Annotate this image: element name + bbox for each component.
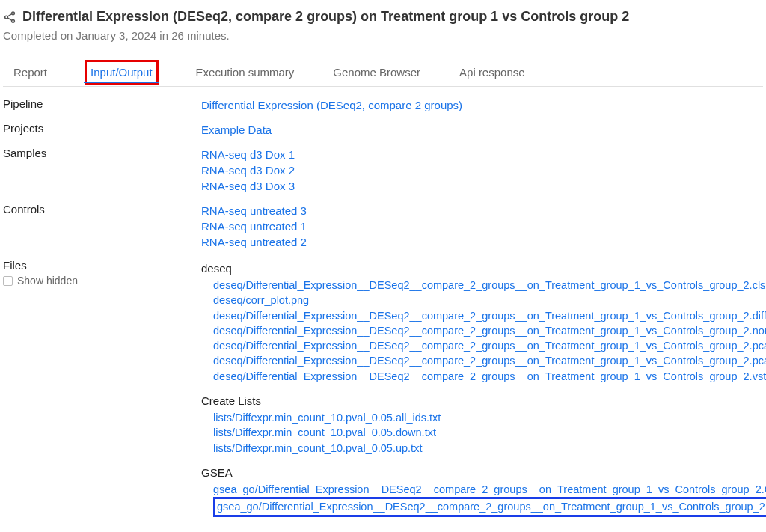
projects-label: Projects [3, 122, 201, 135]
completion-status: Completed on January 3, 2024 in 26 minut… [3, 29, 763, 42]
file-group-title: GSEA [201, 466, 766, 479]
file-link[interactable]: deseq/Differential_Expression__DESeq2__c… [213, 353, 766, 368]
samples-label: Samples [3, 147, 201, 159]
file-link[interactable]: deseq/Differential_Expression__DESeq2__c… [213, 338, 766, 353]
files-label: Files [3, 259, 201, 272]
file-link[interactable]: deseq/Differential_Expression__DESeq2__c… [213, 369, 766, 384]
file-link[interactable]: lists/Diffexpr.min_count_10.pval_0.05.al… [213, 410, 766, 425]
show-hidden-label: Show hidden [17, 275, 78, 287]
tab-genome-browser[interactable]: Genome Browser [331, 58, 422, 86]
pipeline-label: Pipeline [3, 97, 201, 110]
svg-line-4 [7, 17, 12, 19]
sample-link[interactable]: RNA-seq d3 Dox 2 [201, 162, 766, 178]
tab-api-response[interactable]: Api response [458, 58, 527, 86]
page-title: Differential Expression (DESeq2, compare… [22, 9, 629, 25]
tab-report[interactable]: Report [12, 58, 49, 86]
svg-point-1 [5, 16, 8, 19]
file-link[interactable]: deseq/Differential_Expression__DESeq2__c… [213, 323, 766, 338]
tab-input-output[interactable]: Input/Output [85, 60, 159, 85]
controls-label: Controls [3, 203, 201, 215]
file-link[interactable]: lists/Diffexpr.min_count_10.pval_0.05.up… [213, 441, 766, 456]
file-link[interactable]: gsea_go/Differential_Expression__DESeq2_… [213, 497, 766, 516]
tab-execution-summary[interactable]: Execution summary [194, 58, 296, 86]
control-link[interactable]: RNA-seq untreated 1 [201, 218, 766, 234]
file-link[interactable]: gsea_go/Differential_Expression__DESeq2_… [213, 482, 766, 497]
svg-point-2 [12, 19, 15, 22]
project-link[interactable]: Example Data [201, 122, 766, 138]
control-link[interactable]: RNA-seq untreated 3 [201, 203, 766, 218]
show-hidden-checkbox[interactable] [3, 276, 13, 286]
tabs: ReportInput/OutputExecution summaryGenom… [3, 58, 763, 87]
svg-point-0 [12, 11, 15, 14]
file-group-title: deseq [201, 262, 766, 275]
svg-line-3 [7, 13, 12, 16]
file-link[interactable]: deseq/corr_plot.png [213, 293, 766, 308]
file-link[interactable]: deseq/Differential_Expression__DESeq2__c… [213, 308, 766, 323]
file-link[interactable]: deseq/Differential_Expression__DESeq2__c… [213, 278, 766, 293]
share-icon [3, 10, 16, 24]
file-link[interactable]: lists/Diffexpr.min_count_10.pval_0.05.do… [213, 425, 766, 440]
sample-link[interactable]: RNA-seq d3 Dox 3 [201, 178, 766, 194]
control-link[interactable]: RNA-seq untreated 2 [201, 234, 766, 250]
pipeline-link[interactable]: Differential Expression (DESeq2, compare… [201, 97, 766, 113]
sample-link[interactable]: RNA-seq d3 Dox 1 [201, 147, 766, 162]
file-group-title: Create Lists [201, 394, 766, 407]
